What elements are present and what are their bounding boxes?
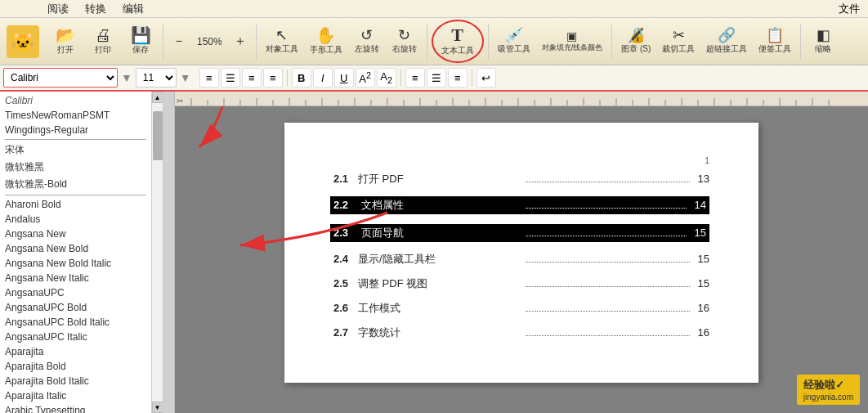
pdf-content-scroll[interactable]: 1 2.1 打开 PDF 13 2.2 文档属性 14 [175, 106, 868, 399]
note-icon: 📋 [766, 28, 784, 43]
scrollbar-thumb[interactable] [153, 111, 163, 160]
font-angsana-upc[interactable]: AngsanaUPC [0, 285, 151, 300]
undo-btn[interactable]: ↩ [477, 68, 496, 88]
font-recent-wingdings[interactable]: Wingdings-Regular [0, 123, 151, 137]
menu-read[interactable]: 阅读 [39, 0, 77, 18]
bold-btn[interactable]: B [292, 68, 311, 88]
hand-tool-button[interactable]: ✋ 手形工具 [305, 25, 347, 58]
toc-entry-2-1: 2.1 打开 PDF 13 [333, 172, 709, 186]
font-aparajita-bold-italic[interactable]: Aparajita Bold Italic [0, 374, 151, 388]
sep4 [488, 24, 489, 60]
crop-tool-button[interactable]: ✂ 裁切工具 [657, 25, 700, 57]
shrink-button[interactable]: ◧ 缩略 [805, 25, 841, 57]
font-chinese-yahei[interactable]: 微软雅黑 [0, 159, 151, 176]
toc-dots-2-7 [526, 335, 690, 336]
toc-title-2-4: 显示/隐藏工具栏 [358, 252, 522, 267]
toc-page-2-4: 15 [693, 253, 709, 265]
sep6 [800, 24, 801, 60]
align-right2-btn[interactable]: ≡ [448, 68, 468, 88]
open-button[interactable]: 📂 打开 [47, 25, 83, 58]
toc-dots-2-5 [526, 286, 690, 287]
format-sep1 [287, 70, 288, 86]
toc-entry-2-6: 2.6 工作模式 16 [333, 301, 709, 316]
align-center-btn[interactable]: ☰ [221, 68, 240, 88]
font-angsana-new-italic[interactable]: Angsana New Italic [0, 271, 151, 285]
watermark-text: 经验啦✓ [803, 378, 853, 393]
dropper-button[interactable]: 💉 吸管工具 [493, 25, 535, 57]
text-tool-button[interactable]: T 文本工具 [432, 20, 484, 63]
ruler: ✂ [175, 92, 868, 106]
toc-num-2-5: 2.5 [333, 277, 358, 290]
font-aparajita-bold[interactable]: Aparajita Bold [0, 359, 151, 374]
font-size-select[interactable]: 11 [136, 68, 177, 88]
italic-btn[interactable]: I [313, 68, 333, 88]
save-button[interactable]: 💾 保存 [123, 25, 159, 58]
font-angsana-upc-italic[interactable]: AngsanaUPC Italic [0, 330, 151, 344]
font-arabic-typesetting[interactable]: Arabic Typesetting [0, 403, 151, 413]
save-label: 保存 [132, 44, 149, 56]
font-list-scrollbar[interactable]: ▲ ▼ [151, 92, 163, 413]
align-right-btn[interactable]: ≡ [242, 68, 262, 88]
pdf-view-panel: ✂ 1 2.1 打开 PDF 13 2.2 [175, 92, 868, 413]
rotate-right-button[interactable]: ↻ 右旋转 [387, 25, 423, 57]
font-chinese-songti[interactable]: 宋体 [0, 141, 151, 159]
align-center-icon: ☰ [226, 72, 235, 84]
main-toolbar: 🐱 📂 打开 🖨 打印 💾 保存 － 150% ＋ ↖ 对象工具 ✋ 手形工具 … [0, 18, 868, 65]
underline-btn[interactable]: U [334, 68, 354, 88]
align-left2-icon: ≡ [412, 72, 418, 84]
font-aparajita-italic[interactable]: Aparajita Italic [0, 388, 151, 403]
font-angsana-upc-bold[interactable]: AngsanaUPC Bold [0, 300, 151, 315]
rotate-left-icon: ↺ [360, 28, 373, 43]
font-aharoni[interactable]: Aharoni Bold [0, 197, 151, 212]
font-andalus[interactable]: Andalus [0, 212, 151, 227]
align-left-btn[interactable]: ≡ [199, 68, 219, 88]
zoom-out-button[interactable]: － [168, 30, 190, 52]
menu-bar: 阅读 转换 编辑 文件 [0, 0, 868, 18]
print-icon: 🖨 [95, 27, 111, 43]
stamp-button[interactable]: 🔏 图章 (S) [616, 25, 655, 57]
object-tool-button[interactable]: ↖ 对象工具 [261, 25, 303, 57]
font-aparajita[interactable]: Aparajita [0, 344, 151, 359]
align-left-icon: ≡ [206, 72, 213, 84]
font-angsana-new[interactable]: Angsana New [0, 227, 151, 241]
scrollbar-track[interactable] [152, 103, 163, 402]
rotate-left-button[interactable]: ↺ 左旋转 [349, 25, 385, 57]
sep1 [163, 24, 163, 60]
dropper-icon: 💉 [505, 28, 523, 43]
note-tool-button[interactable]: 📋 便签工具 [754, 25, 796, 57]
format-toolbar: Calibri ▼ 11 ▼ ≡ ☰ ≡ ≡ B I U A2 A2 ≡ ☰ [0, 65, 868, 92]
rotate-left-label: 左旋转 [355, 43, 379, 55]
zoom-in-button[interactable]: ＋ [229, 30, 252, 52]
hyperlink-tool-button[interactable]: 🔗 超链接工具 [701, 25, 752, 57]
shrink-icon: ◧ [817, 28, 830, 43]
font-list[interactable]: Calibri TimesNewRomanPSMT Wingdings-Regu… [0, 92, 151, 413]
menu-convert[interactable]: 转换 [77, 0, 114, 18]
align-justify-btn[interactable]: ≡ [263, 68, 283, 88]
font-angsana-new-bold[interactable]: Angsana New Bold [0, 241, 151, 256]
align-left2-btn[interactable]: ≡ [405, 68, 425, 88]
menu-edit[interactable]: 编辑 [114, 0, 152, 18]
panel-resize-handle[interactable] [163, 92, 175, 413]
fill-color-button[interactable]: ▣ 对象填充/线条颜色 [537, 28, 608, 56]
toc-num-2-4: 2.4 [333, 253, 358, 265]
text-tool-icon: T [451, 26, 463, 44]
font-name-select[interactable]: Calibri [3, 68, 118, 88]
save-icon: 💾 [131, 27, 151, 43]
shrink-label: 缩略 [815, 43, 831, 55]
toc-page-2-7: 16 [693, 326, 709, 339]
toc-entry-2-3: 2.3 页面导航 15 [330, 224, 709, 242]
superscript-btn[interactable]: A2 [356, 68, 375, 88]
subscript-btn[interactable]: A2 [377, 68, 396, 88]
scrollbar-up-btn[interactable]: ▲ [152, 92, 163, 103]
dropper-label: 吸管工具 [498, 43, 530, 55]
font-angsana-upc-bold-italic[interactable]: AngsanaUPC Bold Italic [0, 315, 151, 330]
font-angsana-new-bold-italic[interactable]: Angsana New Bold Italic [0, 256, 151, 271]
align-center2-btn[interactable]: ☰ [427, 68, 446, 88]
print-button[interactable]: 🖨 打印 [85, 25, 121, 58]
font-recent-times[interactable]: TimesNewRomanPSMT [0, 108, 151, 123]
svg-text:✂: ✂ [177, 97, 183, 105]
sep2 [256, 24, 257, 60]
font-chinese-yahei-bold[interactable]: 微软雅黑-Bold [0, 176, 151, 193]
font-recent-calibri[interactable]: Calibri [0, 92, 151, 108]
scrollbar-down-btn[interactable]: ▼ [152, 402, 163, 413]
